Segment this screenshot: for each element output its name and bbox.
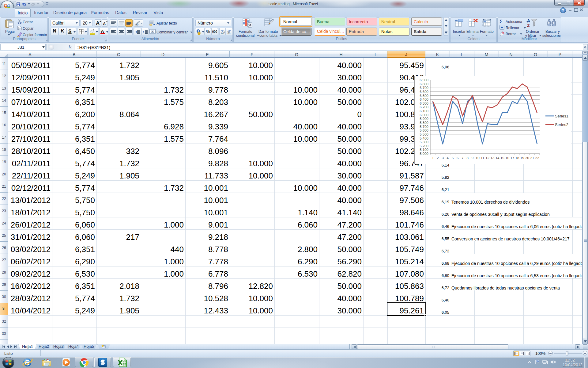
svg-text:17: 17 <box>510 156 514 160</box>
svg-text:16: 16 <box>505 156 509 160</box>
svg-text:21: 21 <box>530 156 534 160</box>
svg-text:.00: .00 <box>221 32 224 34</box>
svg-text:5,000: 5,000 <box>420 152 428 155</box>
svg-text:7: 7 <box>462 156 463 160</box>
svg-text:5,900: 5,900 <box>420 117 428 121</box>
svg-text:6: 6 <box>457 156 458 160</box>
svg-text:A: A <box>527 18 530 23</box>
svg-text:6,800: 6,800 <box>420 82 428 86</box>
svg-text:20: 20 <box>525 156 529 160</box>
svg-text:14: 14 <box>496 156 499 160</box>
svg-text:Series1: Series1 <box>555 114 568 118</box>
svg-text:4: 4 <box>447 156 449 160</box>
svg-text:6,700: 6,700 <box>420 86 428 90</box>
svg-text:9: 9 <box>472 156 473 160</box>
svg-text:5,200: 5,200 <box>420 144 428 148</box>
svg-text:15: 15 <box>500 156 504 160</box>
svg-text:5,300: 5,300 <box>420 140 428 144</box>
svg-text:12: 12 <box>485 156 489 160</box>
svg-text:3: 3 <box>442 156 443 160</box>
svg-text:6,100: 6,100 <box>420 109 428 113</box>
svg-text:Z: Z <box>527 23 530 28</box>
svg-text:6,300: 6,300 <box>420 102 428 105</box>
svg-text:11: 11 <box>481 156 484 160</box>
svg-text:5,400: 5,400 <box>420 136 428 140</box>
svg-text:6,900: 6,900 <box>420 78 428 82</box>
svg-text:22: 22 <box>535 156 539 160</box>
svg-text:a: a <box>152 30 153 33</box>
svg-text:19: 19 <box>520 156 524 160</box>
svg-text:8: 8 <box>466 156 468 160</box>
svg-text:1: 1 <box>432 156 434 160</box>
svg-text:6,600: 6,600 <box>420 90 428 94</box>
svg-text:5,800: 5,800 <box>420 121 428 125</box>
svg-text:5,600: 5,600 <box>420 128 428 132</box>
svg-text:5,100: 5,100 <box>420 148 428 151</box>
svg-text:0: 0 <box>224 31 225 33</box>
svg-text:6,200: 6,200 <box>420 105 428 109</box>
svg-text:6,500: 6,500 <box>420 94 428 98</box>
svg-text:ab: ab <box>135 23 138 26</box>
svg-text:10: 10 <box>476 156 480 160</box>
svg-text:5,700: 5,700 <box>420 125 428 128</box>
svg-text:5: 5 <box>452 156 454 160</box>
svg-text:6,000: 6,000 <box>420 113 428 117</box>
svg-text:18: 18 <box>515 156 519 160</box>
svg-text:0: 0 <box>228 31 229 33</box>
svg-text:6,400: 6,400 <box>420 98 428 101</box>
svg-text:Series2: Series2 <box>555 122 568 127</box>
svg-text:5,500: 5,500 <box>420 132 428 136</box>
svg-text:2: 2 <box>437 156 439 160</box>
svg-text:13: 13 <box>490 156 494 160</box>
